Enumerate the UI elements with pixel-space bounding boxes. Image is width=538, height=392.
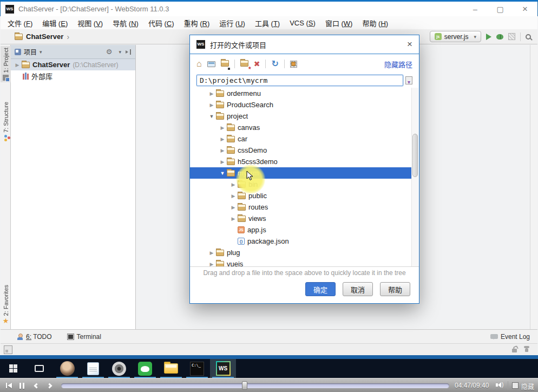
tree-item-project[interactable]: ▼project [190, 110, 411, 122]
tree-item-h5css3demo[interactable]: ▶h5css3demo [190, 156, 411, 167]
run-button[interactable] [486, 34, 491, 40]
expand-arrow-icon[interactable]: ▶ [218, 159, 227, 165]
tool-window-toggle-icon[interactable] [4, 345, 12, 354]
menu-item[interactable]: 编辑 (E) [37, 17, 73, 29]
coverage-button[interactable] [508, 33, 515, 40]
tool-tab-event-log[interactable]: Event Log [490, 333, 530, 341]
taskbar-app-webstorm[interactable] [210, 359, 236, 378]
external-libraries-row[interactable]: 外部库 [11, 70, 135, 82]
menu-item[interactable]: 窗口 (W) [320, 17, 358, 29]
home-directory-icon[interactable]: ⌂ [196, 60, 202, 68]
tree-item-app.js[interactable]: app.js [190, 224, 411, 236]
desktop-directory-icon[interactable] [207, 61, 215, 67]
hide-checkbox[interactable] [512, 382, 519, 389]
start-button[interactable] [0, 359, 26, 378]
tree-item-productsearch[interactable]: ▶ProductSearch [190, 99, 411, 110]
taskbar-app-audio[interactable] [106, 359, 132, 378]
seek-bar[interactable] [61, 383, 449, 388]
tool-tab-todo[interactable]: 6: TODO [17, 333, 52, 341]
expand-arrow-icon[interactable]: ▶ [207, 102, 216, 108]
cancel-button[interactable]: 取消 [343, 282, 373, 296]
expand-arrow-icon[interactable]: ▼ [218, 171, 227, 176]
hide-panel-icon[interactable] [125, 49, 132, 55]
expand-arrow-icon[interactable]: ▶ [207, 250, 216, 256]
delete-icon[interactable]: ✖ [254, 60, 260, 68]
new-folder-icon[interactable]: * [240, 59, 248, 69]
expand-arrow-icon[interactable]: ▶ [229, 182, 238, 187]
tree-scrollbar[interactable] [411, 88, 418, 266]
search-everywhere-icon[interactable] [526, 34, 531, 40]
menu-item[interactable]: 视图 (V) [73, 17, 108, 29]
dialog-close-icon[interactable]: × [407, 39, 412, 50]
gear-icon[interactable]: ⚙ [106, 48, 113, 55]
taskbar-app-cmd[interactable] [184, 359, 210, 378]
project-view-selector[interactable]: 项目 [24, 47, 37, 56]
tree-item-canvas[interactable]: ▶canvas [190, 122, 411, 133]
hide-label[interactable]: 隐藏 [521, 382, 534, 391]
volume-icon[interactable]: ) [496, 382, 503, 388]
previous-button[interactable] [30, 378, 42, 392]
expand-arrow-icon[interactable]: ▶ [13, 62, 22, 68]
tool-tab-structure[interactable]: 7: Structure [1, 100, 11, 142]
expand-arrow-icon[interactable]: ▶ [218, 136, 227, 142]
minimize-button[interactable]: – [463, 2, 488, 16]
tree-item-plug[interactable]: ▶plug [190, 247, 411, 258]
tree-item-package.json[interactable]: package.json [190, 236, 411, 247]
tree-item-cssdemo[interactable]: ▶cssDemo [190, 145, 411, 156]
next-button[interactable] [43, 378, 55, 392]
menu-item[interactable]: VCS (S) [285, 18, 320, 28]
expand-arrow-icon[interactable]: ▶ [229, 193, 238, 199]
refresh-icon[interactable]: ↻ [271, 60, 278, 68]
expand-arrow-icon[interactable]: ▶ [207, 91, 216, 96]
skip-to-start-button[interactable] [2, 378, 15, 392]
tree-item-mycrm[interactable]: ▼mycrm [190, 167, 411, 179]
hector-inspector-icon[interactable] [523, 346, 530, 352]
menu-item[interactable]: 重构 (R) [179, 17, 215, 29]
tree-item-ordermenu[interactable]: ▶ordermenu [190, 88, 411, 99]
menu-item[interactable]: 导航 (N) [108, 17, 143, 29]
expand-arrow-icon[interactable]: ▶ [229, 216, 238, 221]
tool-tab-project[interactable]: 1: Project [1, 46, 11, 82]
tree-item-vuejs[interactable]: ▶vuejs [190, 258, 411, 266]
menu-item[interactable]: 代码 (C) [143, 17, 179, 29]
tree-item-routes[interactable]: ▶routes [190, 201, 411, 213]
expand-arrow-icon[interactable]: ▶ [218, 125, 227, 130]
tree-item-public[interactable]: ▶public [190, 190, 411, 201]
tree-scrollbar-thumb[interactable] [412, 134, 418, 177]
hide-path-link[interactable]: 隐藏路径 [384, 59, 412, 69]
taskbar-app-green[interactable] [132, 359, 158, 378]
debug-button[interactable] [496, 34, 503, 40]
expand-arrow-icon[interactable]: ▶ [207, 262, 216, 267]
expand-arrow-icon[interactable]: ▼ [207, 114, 216, 119]
tree-item-car[interactable]: ▶car [190, 133, 411, 145]
menu-item[interactable]: 工具 (T) [250, 17, 285, 29]
module-directory-icon[interactable] [290, 61, 297, 68]
paste-path-icon[interactable] [405, 76, 412, 84]
run-configuration-select[interactable]: server.js ▾ [430, 31, 481, 42]
project-root-row[interactable]: ▶ ChatServer (D:\ChatServer) [11, 59, 135, 70]
tree-item-views[interactable]: ▶views [190, 213, 411, 224]
expand-arrow-icon[interactable]: ▶ [218, 148, 227, 153]
menu-item[interactable]: 运行 (U) [214, 17, 250, 29]
taskbar-app-explorer[interactable] [158, 359, 184, 378]
task-view-button[interactable] [26, 359, 52, 378]
taskbar-app-chat[interactable] [54, 359, 80, 378]
chevron-down-icon[interactable]: ▾ [40, 49, 42, 55]
breadcrumb[interactable]: ChatServer › [15, 32, 69, 41]
taskbar-app-notepad[interactable] [80, 359, 106, 378]
breadcrumb-project[interactable]: ChatServer [26, 32, 63, 41]
menu-item[interactable]: 文件 (F) [3, 17, 37, 29]
help-button[interactable]: 帮助 [380, 282, 410, 296]
expand-arrow-icon[interactable]: ▶ [229, 205, 238, 210]
tree-item-bin[interactable]: ▶bin [190, 179, 411, 190]
seek-bar-thumb[interactable] [242, 381, 247, 390]
path-input[interactable] [196, 75, 403, 86]
maximize-button[interactable]: ▢ [488, 2, 513, 16]
close-button[interactable]: × [513, 2, 537, 16]
collapse-folder-icon[interactable] [221, 59, 229, 69]
tool-tab-terminal[interactable]: Terminal [67, 333, 101, 341]
unlock-icon[interactable] [512, 349, 517, 352]
ok-button[interactable]: 确定 [305, 282, 336, 296]
pause-button[interactable] [15, 378, 28, 392]
tool-tab-favorites[interactable]: 2: Favorites ★ [1, 283, 11, 326]
